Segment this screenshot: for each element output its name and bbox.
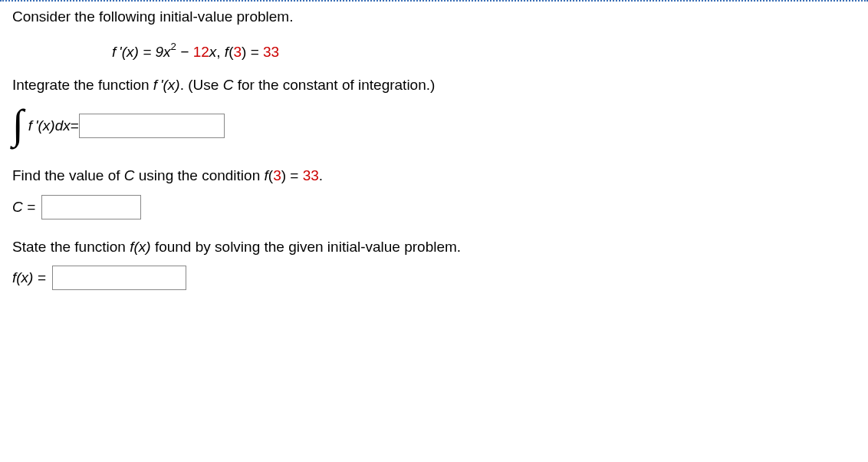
fx-input-row: f(x) = bbox=[12, 266, 856, 290]
equation-lhs: f '(x) = 9x bbox=[112, 44, 171, 60]
integral-equals: = bbox=[71, 117, 79, 134]
state-func: f(x) bbox=[130, 239, 150, 255]
c-value-input[interactable] bbox=[41, 195, 141, 219]
integrate-instruction: Integrate the function f '(x). (Use C fo… bbox=[12, 74, 856, 97]
c-input-row: C = bbox=[12, 195, 856, 219]
integral-answer-input[interactable] bbox=[79, 114, 225, 138]
integral-row: ∫ f '(x)dx = bbox=[12, 105, 856, 147]
state-instruction: State the function f(x) found by solving… bbox=[12, 236, 856, 259]
given-equation: f '(x) = 9x2 − 12x, f(3) = 33 bbox=[112, 42, 856, 61]
fx-label: f(x) = bbox=[12, 269, 46, 286]
state-suffix: found by solving the given initial-value… bbox=[151, 239, 462, 255]
find-c-instruction: Find the value of C using the condition … bbox=[12, 165, 856, 187]
problem-content: Consider the following initial-value pro… bbox=[0, 2, 868, 321]
c-label: C = bbox=[12, 199, 35, 216]
findc-end: . bbox=[319, 167, 323, 183]
equation-mid: − 12x, f(3) = 33 bbox=[176, 44, 279, 60]
equation-cond-x: 3 bbox=[233, 44, 242, 60]
findc-prefix: Find the value of bbox=[12, 167, 124, 183]
integrate-suffix2: for the constant of integration.) bbox=[233, 77, 435, 93]
integrate-C: C bbox=[223, 77, 234, 93]
intro-text: Consider the following initial-value pro… bbox=[12, 6, 856, 28]
findc-C: C bbox=[124, 167, 135, 183]
integral-sign-icon: ∫ bbox=[12, 104, 24, 145]
fx-answer-input[interactable] bbox=[52, 266, 186, 290]
findc-mid: using the condition bbox=[135, 167, 265, 183]
integrand-text: f '(x)dx bbox=[28, 117, 71, 134]
findc-cond-val: 33 bbox=[303, 167, 319, 183]
state-prefix: State the function bbox=[12, 239, 130, 255]
integrate-func: f '(x) bbox=[153, 77, 180, 93]
equation-exponent: 2 bbox=[171, 41, 176, 52]
integrate-suffix1: . (Use bbox=[180, 77, 223, 93]
findc-close: ) = bbox=[281, 167, 303, 183]
integrate-prefix: Integrate the function bbox=[12, 77, 153, 93]
findc-cond-x: 3 bbox=[273, 167, 281, 183]
equation-cond-val: 33 bbox=[263, 44, 279, 60]
